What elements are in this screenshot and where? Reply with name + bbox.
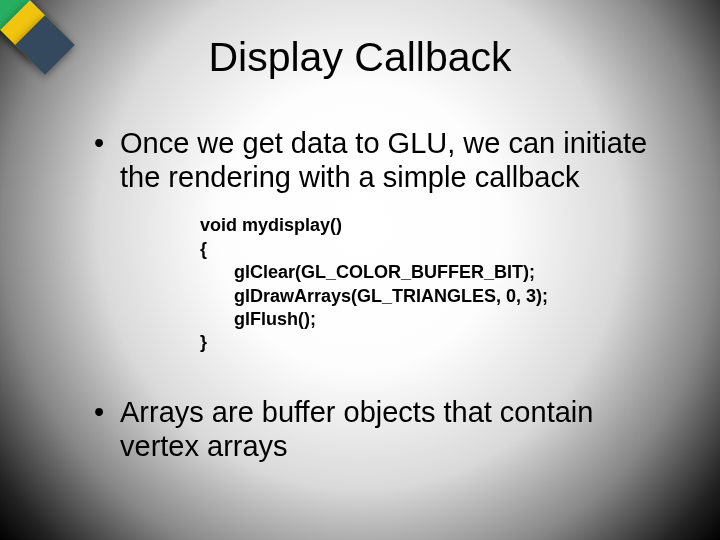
slide-body: Once we get data to GLU, we can initiate…	[88, 126, 680, 483]
code-line: glDrawArrays(GL_TRIANGLES, 0, 3);	[200, 285, 680, 308]
bullet-1: Once we get data to GLU, we can initiate…	[88, 126, 680, 194]
bullet-2: Arrays are buffer objects that contain v…	[88, 395, 680, 463]
code-line: glFlush();	[200, 308, 680, 331]
code-line: {	[200, 238, 680, 261]
code-line: }	[200, 331, 680, 354]
slide: Display Callback Once we get data to GLU…	[0, 0, 720, 540]
code-block: void mydisplay() { glClear(GL_COLOR_BUFF…	[200, 214, 680, 354]
code-line: void mydisplay()	[200, 214, 680, 237]
slide-title: Display Callback	[0, 34, 720, 81]
code-line: glClear(GL_COLOR_BUFFER_BIT);	[200, 261, 680, 284]
